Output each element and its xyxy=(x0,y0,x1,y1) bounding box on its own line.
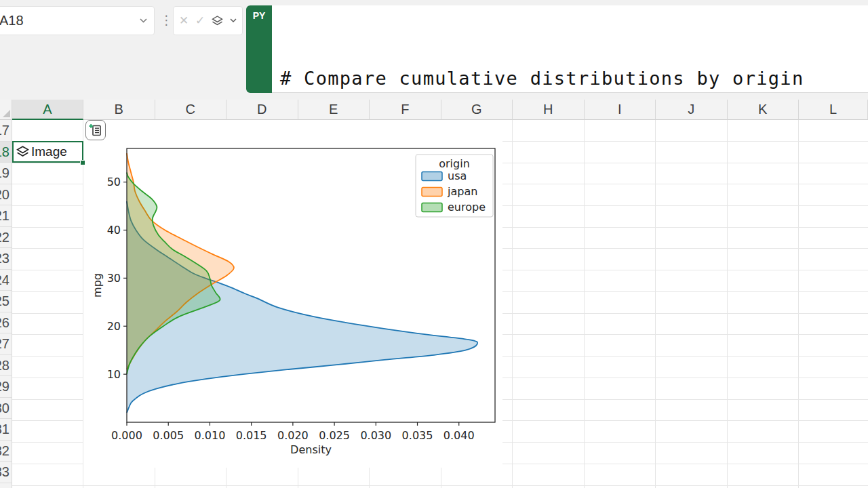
formula-bar-buttons: ✕ ✓ xyxy=(173,6,243,35)
svg-text:50: 50 xyxy=(107,176,121,188)
enter-check-icon[interactable]: ✓ xyxy=(195,14,205,28)
row-header-32[interactable]: 32 xyxy=(0,441,12,462)
cell-value: Image xyxy=(31,144,67,159)
legend-title: origin xyxy=(439,157,470,170)
svg-text:30: 30 xyxy=(107,272,121,285)
column-header-k[interactable]: K xyxy=(728,100,800,120)
row-header-27[interactable]: 27 xyxy=(0,333,12,355)
row-header-31[interactable]: 31 xyxy=(0,419,12,441)
svg-text:20: 20 xyxy=(107,320,121,333)
column-header-d[interactable]: D xyxy=(226,100,298,120)
row-header-33[interactable]: 33 xyxy=(0,462,12,483)
svg-text:0.030: 0.030 xyxy=(360,429,391,442)
column-header-e[interactable]: E xyxy=(298,100,370,120)
svg-text:0.020: 0.020 xyxy=(277,429,309,442)
legend-swatch-europe xyxy=(422,203,442,212)
legend-label-europe: europe xyxy=(448,201,486,214)
layers-icon[interactable] xyxy=(212,16,223,26)
column-header-l[interactable]: L xyxy=(799,100,868,120)
column-header-h[interactable]: H xyxy=(513,100,585,120)
svg-text:0.010: 0.010 xyxy=(195,429,226,442)
column-header-c[interactable]: C xyxy=(155,100,227,120)
svg-text:40: 40 xyxy=(107,224,121,237)
row-header-24[interactable]: 24 xyxy=(0,270,12,291)
legend-label-japan: japan xyxy=(447,185,477,198)
fill-handle[interactable] xyxy=(80,160,85,165)
column-header-j[interactable]: J xyxy=(656,100,728,120)
corner-triangle-icon xyxy=(3,110,10,117)
x-axis-label: Density xyxy=(290,443,332,456)
column-header-a[interactable]: A xyxy=(12,100,83,120)
legend-swatch-japan xyxy=(422,188,442,197)
row-header-19[interactable]: 19 xyxy=(0,163,12,184)
python-badge: PY xyxy=(246,5,272,93)
row-header-23[interactable]: 23 xyxy=(0,248,12,270)
row-header-21[interactable]: 21 xyxy=(0,205,12,227)
row-header-29[interactable]: 29 xyxy=(0,376,12,398)
row-header-18[interactable]: 18 xyxy=(0,142,12,163)
legend-swatch-usa xyxy=(422,172,442,181)
name-box[interactable]: A18 xyxy=(0,6,155,35)
insert-data-card-button[interactable] xyxy=(85,120,106,140)
excel-window: PY # Compare cumulative distributions by… xyxy=(0,0,868,488)
row-header-20[interactable]: 20 xyxy=(0,184,12,206)
selected-cell-a18[interactable]: Image xyxy=(12,141,83,163)
column-header-i[interactable]: I xyxy=(585,100,656,120)
column-header-b[interactable]: B xyxy=(83,100,155,120)
row-header-28[interactable]: 28 xyxy=(0,355,12,377)
column-header-g[interactable]: G xyxy=(441,100,513,120)
kebab-menu-icon[interactable]: ⋮ xyxy=(160,12,173,28)
chevron-down-icon[interactable] xyxy=(140,18,147,23)
svg-text:0.000: 0.000 xyxy=(111,429,142,442)
chevron-down-icon[interactable] xyxy=(230,18,237,23)
row-header-22[interactable]: 22 xyxy=(0,227,12,249)
y-axis-label: mpg xyxy=(91,273,104,298)
svg-text:0.015: 0.015 xyxy=(236,429,267,442)
code-line: # Compare cumulative distributions by or… xyxy=(280,64,804,92)
svg-text:0.040: 0.040 xyxy=(443,429,475,442)
layers-icon xyxy=(16,146,29,158)
svg-text:0.035: 0.035 xyxy=(402,429,433,442)
row-header-26[interactable]: 26 xyxy=(0,312,12,334)
row-header-34[interactable]: 34 xyxy=(0,483,12,488)
svg-text:0.005: 0.005 xyxy=(153,429,184,442)
cancel-icon[interactable]: ✕ xyxy=(179,14,189,28)
svg-text:10: 10 xyxy=(107,368,121,381)
row-header-17[interactable]: 17 xyxy=(0,120,12,142)
insert-card-icon xyxy=(89,123,102,137)
row-header-30[interactable]: 30 xyxy=(0,398,12,420)
select-all-corner[interactable] xyxy=(0,100,12,120)
svg-text:0.025: 0.025 xyxy=(319,429,350,442)
name-box-value: A18 xyxy=(0,13,24,28)
column-header-f[interactable]: F xyxy=(370,100,441,120)
legend-label-usa: usa xyxy=(448,169,467,182)
row-header-25[interactable]: 25 xyxy=(0,291,12,312)
kde-chart-svg: 0.0000.0050.0100.0150.0200.0250.0300.035… xyxy=(83,120,502,468)
chart-figure[interactable]: 0.0000.0050.0100.0150.0200.0250.0300.035… xyxy=(83,120,502,468)
